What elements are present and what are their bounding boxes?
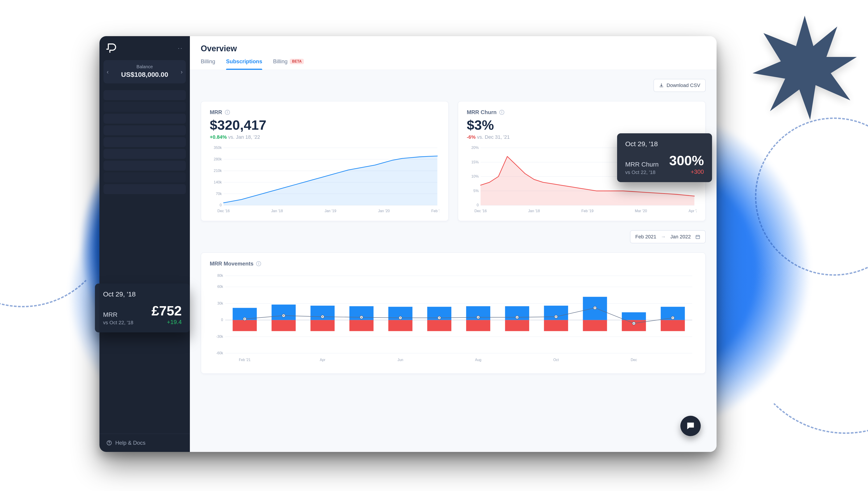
tooltip-date: Oct 29, '18: [103, 290, 182, 298]
svg-rect-60: [388, 320, 413, 331]
sidebar-item[interactable]: [104, 172, 186, 182]
svg-text:15%: 15%: [471, 160, 479, 164]
svg-text:Jan '18: Jan '18: [528, 209, 540, 213]
svg-rect-53: [272, 320, 296, 331]
sidebar-item[interactable]: [104, 184, 186, 194]
svg-text:10%: 10%: [471, 174, 479, 178]
svg-text:Jan '19: Jan '19: [325, 209, 336, 213]
content: Download CSV MRR i $320,417 +0.84%: [190, 70, 717, 387]
svg-point-82: [283, 315, 284, 316]
svg-text:Feb '21: Feb '21: [239, 358, 251, 362]
delta-value: +0.84%: [210, 134, 227, 140]
svg-rect-78: [661, 320, 685, 331]
app-logo-icon: [106, 43, 117, 53]
sidebar-more-icon[interactable]: ··: [178, 45, 183, 52]
beta-badge: BETA: [290, 59, 304, 64]
svg-text:Dec '16: Dec '16: [474, 209, 487, 213]
svg-rect-74: [622, 312, 646, 320]
tooltip-vs: vs Oct 22, '18: [103, 320, 133, 326]
download-csv-button[interactable]: Download CSV: [653, 79, 706, 92]
svg-rect-55: [311, 320, 335, 331]
sidebar: ·· ‹ Balance US$108,000.00 ›: [100, 36, 190, 452]
sidebar-item[interactable]: [104, 90, 186, 100]
svg-text:350k: 350k: [214, 146, 222, 150]
svg-point-88: [400, 317, 401, 318]
svg-point-102: [672, 317, 673, 318]
svg-text:Jan '18: Jan '18: [271, 209, 283, 213]
svg-text:Dec '16: Dec '16: [218, 209, 230, 213]
sidebar-item[interactable]: [104, 149, 186, 159]
calendar-icon: [695, 234, 700, 239]
svg-text:Feb '21: Feb '21: [431, 209, 440, 213]
sidebar-item[interactable]: [104, 161, 186, 171]
svg-point-100: [633, 323, 635, 324]
info-icon[interactable]: i: [225, 110, 230, 115]
chevron-right-icon[interactable]: ›: [180, 68, 183, 75]
svg-point-90: [439, 317, 440, 318]
svg-text:0: 0: [220, 203, 222, 207]
tooltip-mrr: Oct 29, '18 MRR vs Oct 22, '18 £752 +19.…: [95, 284, 190, 333]
chart-mrr: 350k280k210k140k70k0Dec '16Jan '18Jan '1…: [210, 146, 440, 214]
card-value: $320,417: [210, 117, 440, 133]
card-title: MRR: [210, 109, 222, 115]
tooltip-value: 300%: [669, 153, 704, 168]
svg-text:Oct: Oct: [553, 358, 559, 362]
svg-rect-58: [349, 320, 374, 331]
chat-button[interactable]: [680, 416, 701, 436]
svg-text:Jun: Jun: [398, 358, 403, 362]
svg-text:0: 0: [477, 203, 479, 207]
svg-text:140k: 140k: [214, 180, 222, 184]
svg-text:Jan '20: Jan '20: [378, 209, 390, 213]
date-range-picker[interactable]: Feb 2021 → Jan 2022: [630, 230, 706, 243]
tab-billing-beta[interactable]: Billing BETA: [273, 58, 304, 69]
main-header: Overview Billing Subscriptions Billing B…: [190, 36, 717, 70]
tab-subscriptions[interactable]: Subscriptions: [226, 58, 262, 69]
svg-point-80: [244, 318, 245, 319]
delta-vs: vs. Jan 18, '22: [228, 134, 260, 140]
tooltip-vs: vs Oct 22, '18: [625, 170, 659, 175]
svg-text:Feb '19: Feb '19: [581, 209, 594, 213]
main: Overview Billing Subscriptions Billing B…: [190, 36, 717, 452]
help-docs-label: Help & Docs: [115, 440, 145, 446]
help-docs-link[interactable]: Help & Docs: [100, 434, 190, 452]
svg-text:0: 0: [221, 318, 223, 322]
tab-billing[interactable]: Billing: [201, 58, 215, 69]
card-title: MRR Churn: [467, 109, 497, 115]
svg-rect-63: [427, 320, 451, 331]
arrow-right-icon: →: [661, 234, 666, 240]
svg-point-84: [322, 316, 323, 317]
svg-text:20%: 20%: [471, 146, 479, 150]
svg-text:-30k: -30k: [216, 335, 223, 339]
sidebar-nav: [100, 88, 190, 196]
date-range-from: Feb 2021: [636, 234, 656, 240]
svg-point-98: [594, 307, 596, 309]
tooltip-date: Oct 29, '18: [625, 140, 704, 148]
svg-text:80k: 80k: [217, 274, 223, 278]
sidebar-item[interactable]: [104, 114, 186, 124]
tabs: Billing Subscriptions Billing BETA: [201, 58, 706, 69]
svg-text:210k: 210k: [214, 169, 222, 173]
svg-text:280k: 280k: [214, 157, 222, 161]
sidebar-item[interactable]: [104, 137, 186, 147]
help-icon: [106, 440, 112, 446]
svg-text:60k: 60k: [217, 285, 223, 289]
svg-point-86: [361, 317, 362, 318]
sidebar-item[interactable]: [104, 102, 186, 112]
svg-text:Mar '20: Mar '20: [635, 209, 647, 213]
svg-marker-0: [753, 16, 857, 120]
info-icon[interactable]: i: [256, 261, 261, 266]
svg-text:Aug: Aug: [475, 358, 481, 362]
info-icon[interactable]: i: [499, 110, 504, 115]
tooltip-delta: +300: [669, 168, 704, 175]
tooltip-label: MRR: [103, 311, 133, 318]
chevron-left-icon[interactable]: ‹: [107, 68, 109, 75]
svg-rect-35: [696, 235, 700, 239]
svg-text:Apr '21: Apr '21: [689, 209, 697, 213]
svg-text:70k: 70k: [216, 192, 222, 196]
svg-text:-60k: -60k: [216, 351, 223, 355]
svg-rect-73: [583, 320, 607, 331]
svg-rect-70: [544, 320, 568, 331]
sidebar-item[interactable]: [104, 125, 186, 135]
download-icon: [659, 83, 664, 88]
svg-text:30k: 30k: [217, 301, 223, 305]
